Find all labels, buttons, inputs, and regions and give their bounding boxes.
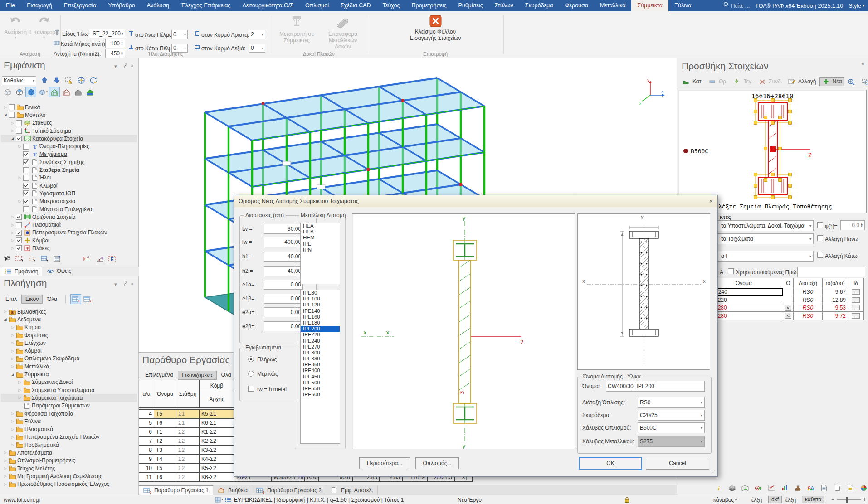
expand-icon[interactable]: ▷ (2, 310, 9, 314)
list-item[interactable]: IPE180 (301, 320, 340, 326)
report-button[interactable] (847, 483, 855, 493)
level-cell[interactable]: Σ2 (176, 455, 200, 464)
tree-row[interactable]: ▷Τοπικό Σύστημα (1, 127, 137, 135)
section-size-list[interactable]: IPE80IPE100IPE120IPE140IPE160IPE180IPE20… (300, 290, 340, 444)
name-cell[interactable]: T5 (154, 409, 176, 418)
tree-row[interactable]: ▷Γενικά (1, 103, 137, 111)
node-cell[interactable]: K5-Σ1 (199, 409, 234, 418)
list-item[interactable]: IPE160 (301, 314, 340, 320)
house-gray-button[interactable] (73, 87, 83, 97)
undo-button[interactable]: Αναίρεση ▾ (3, 16, 28, 39)
panel-menu-icon[interactable]: ▾ (114, 63, 117, 69)
collapse-icon[interactable]: ◢ (9, 136, 16, 141)
row-number-cell[interactable]: 5 (139, 418, 154, 427)
visibility-checkbox[interactable] (23, 144, 29, 150)
used-first-checkbox[interactable] (728, 268, 734, 274)
info-button[interactable]: i (715, 483, 723, 493)
tell-me-button[interactable]: Πείτε ... (723, 2, 750, 10)
layout-cell[interactable]: RS0 (793, 304, 823, 312)
column-header[interactable]: Διάταξη (793, 278, 823, 288)
fully-embedded-radio[interactable] (248, 356, 254, 362)
menu-item[interactable]: Εισαγωγή (21, 0, 58, 11)
tree-row[interactable]: ▷Προβληματικά (1, 441, 137, 449)
menu-item[interactable]: Επεξεργασία (58, 0, 102, 11)
work-window-2-button[interactable]: 2 (82, 294, 93, 304)
menu-item[interactable]: Ξύλινα (668, 0, 697, 11)
visibility-checkbox[interactable] (23, 175, 29, 181)
histogram-button[interactable] (781, 483, 789, 493)
node-cell[interactable]: K1-Σ2 (199, 427, 234, 436)
row-number-cell[interactable]: 4 (139, 409, 154, 418)
snap-toggle[interactable]: έλξη (751, 497, 762, 503)
spinner-icon[interactable]: ▲▼ (860, 223, 863, 228)
expand-icon[interactable]: ▷ (2, 105, 9, 109)
tree-row[interactable]: Συνθήκες Στήριξης (1, 158, 137, 166)
tree-row[interactable]: ▷Μη Γραμμική Ανάλυση Θεμελίωσης (1, 472, 137, 480)
curve-button[interactable] (768, 483, 776, 493)
nav-tab[interactable]: Όλα (44, 295, 61, 303)
resize-grip[interactable]: ⋰ (711, 470, 715, 475)
expand-icon[interactable]: ▷ (9, 238, 16, 242)
o-cell[interactable]: < (783, 304, 794, 312)
column-header[interactable]: ro(o/oo) (822, 278, 848, 288)
select-poly-button[interactable] (26, 254, 37, 264)
tree-row[interactable]: ▷Σύμμεικτες Δοκοί (1, 378, 137, 386)
list-item[interactable]: IPE200 (301, 326, 340, 332)
menu-item[interactable]: Προμετρήσεις (406, 0, 453, 11)
level-cell[interactable]: Σ2 (176, 473, 200, 482)
work-window-tab[interactable]: Εικονιζόμενα (178, 371, 217, 380)
web-left-combo[interactable]: 2▾ (249, 30, 265, 39)
convert-to-composite-button[interactable]: Μετατροπή σε Σύμμεικτες (273, 15, 320, 44)
row-number-cell[interactable]: 8 (139, 446, 154, 455)
level-cell[interactable]: Σ2 (176, 446, 200, 455)
filter-input[interactable] (797, 267, 865, 277)
panel-menu-icon[interactable]: ▾ (114, 281, 117, 287)
angle-button[interactable]: ψ (94, 254, 105, 264)
expand-icon[interactable]: ▷ (9, 427, 16, 431)
nav-tab[interactable]: Εικον (21, 295, 43, 304)
stamp-button[interactable] (794, 483, 802, 493)
pin-icon[interactable] (122, 281, 127, 287)
expand-icon[interactable]: ▷ (9, 223, 16, 227)
layout-cell[interactable]: RS0 (793, 312, 823, 320)
list-item[interactable]: HEA (301, 223, 340, 229)
list-item[interactable]: IPE240 (301, 338, 340, 344)
visibility-checkbox[interactable] (9, 112, 15, 118)
expand-icon[interactable]: ▷ (9, 357, 16, 361)
tree-row[interactable]: ▷Ελέγχων (1, 339, 137, 347)
list-item[interactable]: IPE600 (301, 392, 340, 397)
column-header[interactable]: Ιδ (848, 278, 864, 288)
details-button-cell[interactable]: ... (848, 296, 864, 304)
expand-icon[interactable]: ▷ (9, 325, 16, 330)
visibility-checkbox[interactable] (9, 104, 15, 110)
top-flange-combo[interactable]: 0▾ (171, 30, 188, 39)
visibility-checkbox[interactable] (23, 151, 29, 157)
tree-row[interactable]: ◢Κατακόρυφα Στοιχεία (1, 135, 137, 142)
menu-item[interactable]: Ανάλυση (141, 0, 175, 11)
details-button-cell[interactable]: ... (848, 312, 864, 320)
column-header[interactable]: Αρχής (199, 391, 234, 408)
tree-row[interactable]: ▷Στάθμες (1, 119, 137, 127)
tree-row[interactable]: ▷Οριζόντια Στοιχεία (1, 213, 137, 221)
list-item[interactable]: IPE120 (301, 302, 340, 308)
menu-item[interactable]: Λειτουργικότητα Ο/Σ (236, 0, 299, 11)
column-header[interactable]: Ο (783, 278, 794, 288)
lock-icon[interactable] (624, 497, 629, 504)
nav-tab[interactable]: Επιλ (2, 295, 20, 303)
node-cell[interactable]: K5-Σ2 (199, 464, 234, 473)
tree-row[interactable]: Κλωβοί (1, 182, 137, 189)
expand-icon[interactable]: ▷ (2, 451, 9, 455)
down-arrow-button[interactable] (51, 75, 62, 85)
row-number-cell[interactable]: 10 (139, 464, 154, 473)
expand-icon[interactable]: ▷ (16, 199, 23, 204)
tree-row[interactable]: ▷Φέρουσα Τοιχοποιία (1, 410, 137, 417)
row-number-cell[interactable]: 9 (139, 455, 154, 464)
section-family-list[interactable]: HEAHEBHEMIPEIPN (300, 223, 340, 284)
cube-small-button[interactable]: ▾ (37, 87, 48, 97)
list-item[interactable]: HEB (301, 229, 340, 235)
list-item[interactable]: IPE330 (301, 356, 340, 362)
visibility-checkbox[interactable] (23, 190, 29, 196)
tree-row[interactable]: TΜε γέμισμα (1, 150, 137, 158)
visibility-checkbox[interactable] (16, 128, 22, 134)
grid-caret-icon[interactable] (215, 497, 223, 504)
